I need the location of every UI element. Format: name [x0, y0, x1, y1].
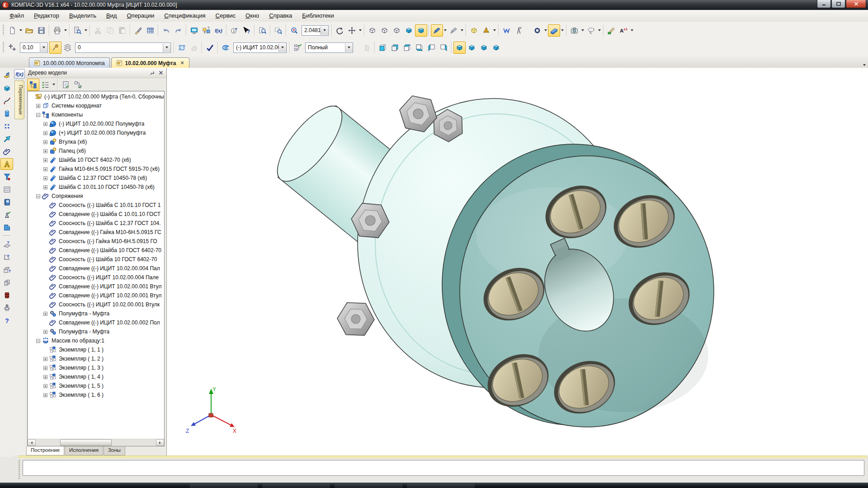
- tree-item[interactable]: +Соосность ((-) Шайба С 12.37 ГОСТ 104.: [28, 219, 164, 228]
- tree-item[interactable]: +Гайка М10-6Н.5.0915 ГОСТ 5915-70 (х6): [28, 164, 164, 174]
- view-bottom-button[interactable]: [413, 42, 425, 54]
- display-hidden-thin-button[interactable]: [391, 24, 403, 37]
- zoom-by-area-button[interactable]: [272, 24, 284, 37]
- mates-button[interactable]: [0, 145, 13, 157]
- verification-button[interactable]: [0, 209, 13, 221]
- menu-item-window[interactable]: Окно: [241, 10, 264, 21]
- tree-item[interactable]: +Шайба 10 ГОСТ 6402-70 (х6): [28, 155, 164, 164]
- tree-item[interactable]: +Экземпляр ( 1, 2 ): [28, 354, 164, 363]
- tree-expander[interactable]: +: [43, 384, 47, 388]
- print-button[interactable]: [51, 24, 63, 37]
- rebuild-model-dropdown[interactable]: [543, 25, 548, 36]
- isometry-zxy-button[interactable]: [478, 42, 490, 54]
- taskbar-item[interactable]: [262, 484, 330, 488]
- scroll-right-arrow[interactable]: [156, 439, 164, 446]
- tree-item[interactable]: +Шайба С 12.37 ГОСТ 10450-78 (х6): [28, 174, 164, 183]
- tree-item[interactable]: +Соосность ((-) Шайба 10 ГОСТ 6402-70: [28, 255, 164, 264]
- tree-expander[interactable]: +: [43, 176, 47, 180]
- tree-structure-button[interactable]: [27, 79, 39, 91]
- speed-display-mode-button[interactable]: [548, 24, 560, 37]
- layer-combo[interactable]: 0: [75, 42, 171, 53]
- message-bar-grip[interactable]: [19, 460, 20, 480]
- menu-item-specification[interactable]: Спецификация: [159, 10, 210, 21]
- check-plane-button[interactable]: ?: [0, 239, 13, 250]
- tree-expander[interactable]: +: [43, 167, 47, 171]
- detail-level-combo-arrow[interactable]: [345, 43, 353, 52]
- new-window-button[interactable]: [188, 24, 200, 37]
- tree-expander[interactable]: −: [36, 194, 40, 198]
- tree-item[interactable]: +Совпадение ((-) ИЦИТ 10.02.00.002 Пол: [28, 318, 164, 327]
- layer-combo-arrow[interactable]: [163, 43, 170, 52]
- edit-component-button[interactable]: [0, 70, 13, 81]
- detail-level-combo[interactable]: Полный: [305, 42, 353, 53]
- menu-item-libraries[interactable]: Библиотеки: [297, 10, 339, 21]
- tab-close-icon[interactable]: ✕: [180, 60, 184, 66]
- solid-modeling-button[interactable]: [0, 82, 13, 94]
- tree-item[interactable]: +Полумуфта - Муфта: [28, 309, 164, 318]
- tree-item[interactable]: +Совпадение ((-) Гайка М10-6Н.5.0915 ГС: [28, 228, 164, 237]
- specification-tools-button[interactable]: [0, 183, 13, 195]
- pan-view-dropdown[interactable]: [358, 25, 363, 36]
- tree-item[interactable]: +Соосность ((-) Гайка М10-6Н.5.0915 ГО: [28, 237, 164, 246]
- tree-expander[interactable]: +: [43, 375, 47, 379]
- dimetry-button[interactable]: [490, 42, 502, 54]
- check-corner-button[interactable]: ?: [0, 251, 13, 263]
- change-orientation-button[interactable]: [220, 42, 232, 54]
- taskbar-item[interactable]: [335, 484, 402, 488]
- sheet-metal-button[interactable]: [0, 221, 13, 233]
- maximize-button[interactable]: [831, 0, 845, 8]
- print-dropdown[interactable]: [63, 25, 68, 36]
- open-document-button[interactable]: [23, 24, 35, 37]
- tree-expander[interactable]: +: [43, 122, 47, 126]
- tree-expander[interactable]: +: [43, 357, 47, 361]
- tree-item[interactable]: +Совпадение ((-) Шайба С 10.01.10 ГОСТ: [28, 210, 164, 219]
- tree-expander[interactable]: +: [36, 104, 40, 108]
- view-top-button[interactable]: [401, 42, 413, 54]
- viewport[interactable]: Y X Z: [166, 68, 868, 455]
- image-capture-dropdown[interactable]: [580, 25, 585, 36]
- edit-sketch-button[interactable]: [176, 42, 188, 54]
- tab-list-chevron[interactable]: [863, 60, 866, 68]
- menu-item-select[interactable]: Выделить: [64, 10, 101, 21]
- speed-display-mode-dropdown[interactable]: [560, 25, 565, 36]
- zoom-to-document-button[interactable]: [256, 24, 269, 37]
- check-section-button[interactable]: ?: [0, 264, 13, 276]
- scale-combo[interactable]: 2.0481: [302, 25, 329, 36]
- copy-properties-button[interactable]: [132, 24, 144, 37]
- surfaces-button[interactable]: [0, 108, 13, 119]
- filters-objects-button[interactable]: [0, 133, 13, 145]
- new-document-dropdown[interactable]: [19, 25, 23, 36]
- menu-item-help[interactable]: Справка: [264, 10, 297, 21]
- simplified-display-button[interactable]: [500, 24, 513, 37]
- view-right-button[interactable]: [438, 42, 450, 54]
- menu-item-editor[interactable]: Редактор: [29, 10, 64, 21]
- tree-item[interactable]: +Соосность ((-) ИЦИТ 10.02.00.004 Пале: [28, 273, 164, 282]
- base-component-combo[interactable]: (-) ИЦИТ 10.02.00.0: [233, 42, 287, 53]
- print-preview-dropdown[interactable]: [84, 25, 88, 36]
- tree-item[interactable]: +Втулка (х6): [28, 137, 164, 146]
- tree-item[interactable]: +(-) ИЦИТ 10.02.00.000 Муфта (Тел-0, Сбо…: [28, 92, 164, 101]
- tree-expander[interactable]: +: [43, 330, 47, 334]
- view-orientation-dropdown[interactable]: [492, 25, 497, 36]
- tree-item[interactable]: +Совпадение ((-) ИЦИТ 10.02.00.004 Пал: [28, 264, 164, 273]
- points-arrays-button[interactable]: [0, 120, 13, 132]
- toolbar-grip[interactable]: [3, 25, 4, 36]
- tree-item[interactable]: +Шайба С 10.01.10 ГОСТ 10450-78 (х6): [28, 183, 164, 192]
- snap-points-button[interactable]: [49, 42, 61, 54]
- scroll-left-arrow[interactable]: [28, 439, 36, 446]
- tree-expander[interactable]: −: [36, 339, 40, 343]
- tree-relations-button[interactable]: [72, 79, 84, 91]
- tree-expander[interactable]: +: [43, 185, 47, 189]
- tree-item[interactable]: +Полумуфта - Муфта: [28, 327, 164, 336]
- tree-footer-tab[interactable]: Исполнения: [65, 446, 103, 455]
- variables-tab[interactable]: Переменные: [14, 80, 24, 119]
- tree-item[interactable]: +Совпадение ((-) ИЦИТ 10.02.00.001 Втул: [28, 282, 164, 291]
- taskbar-item[interactable]: [190, 484, 258, 488]
- display-scaffolding-button[interactable]: [513, 24, 525, 37]
- tree-horizontal-scrollbar[interactable]: [28, 439, 164, 446]
- tree-expander[interactable]: +: [43, 140, 47, 144]
- help-tool-button[interactable]: ?: [0, 314, 13, 326]
- tree-composition-dropdown[interactable]: [52, 79, 56, 90]
- functions-button[interactable]: f(x): [212, 24, 225, 37]
- display-wireframe-button[interactable]: [366, 24, 378, 37]
